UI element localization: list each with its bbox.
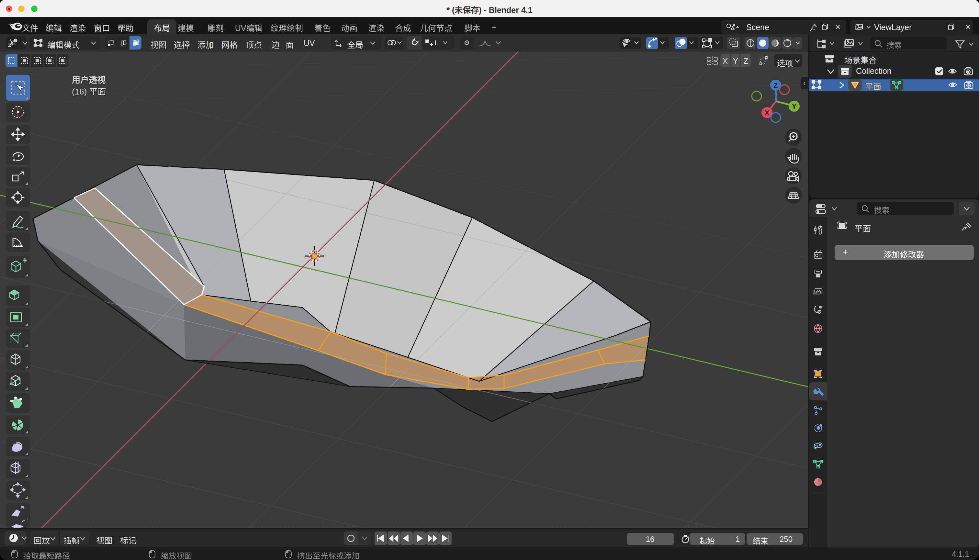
- svg-text:X: X: [765, 109, 769, 117]
- svg-text:‹: ‹: [803, 79, 806, 87]
- svg-text:Y: Y: [792, 102, 797, 110]
- svg-text:Z: Z: [774, 81, 778, 89]
